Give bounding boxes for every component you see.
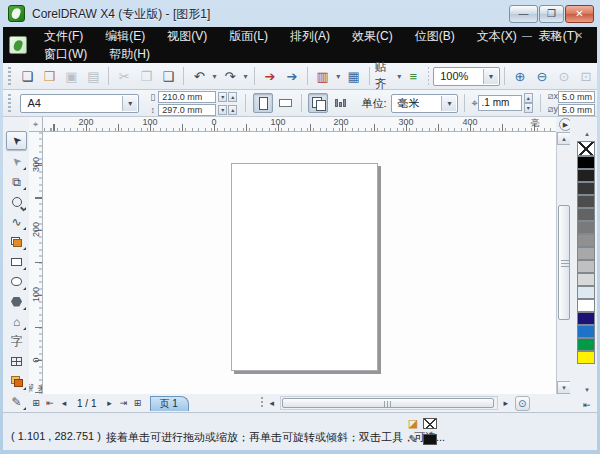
print-button[interactable]: ▤ xyxy=(83,66,103,86)
zoom-level-dropdown[interactable]: ▾ xyxy=(483,69,498,84)
color-swatch[interactable] xyxy=(577,286,595,299)
menu-help[interactable]: 帮助(H) xyxy=(98,45,161,63)
scroll-down-button[interactable]: ▾ xyxy=(557,381,571,394)
open-button[interactable]: ❒ xyxy=(39,66,59,86)
color-swatch[interactable] xyxy=(577,156,595,169)
table-tool[interactable] xyxy=(6,352,27,371)
vertical-scrollbar[interactable]: ▴ ▾ xyxy=(556,132,570,394)
color-swatch[interactable] xyxy=(577,351,595,364)
basic-shapes-tool[interactable]: ⌂ xyxy=(6,312,27,331)
color-swatch[interactable] xyxy=(577,260,595,273)
cut-button[interactable]: ✂ xyxy=(114,66,134,86)
portrait-button[interactable] xyxy=(253,93,273,113)
color-swatch[interactable] xyxy=(577,195,595,208)
color-swatch[interactable] xyxy=(577,299,595,312)
zoom-level-combo[interactable]: 100% ▾ xyxy=(433,67,500,86)
scroll-right-button[interactable]: ▸ xyxy=(499,396,513,410)
next-page-button[interactable]: ▸ xyxy=(102,396,116,410)
units-dropdown[interactable]: ▾ xyxy=(441,96,456,111)
new-document-button[interactable]: ❏ xyxy=(17,66,37,86)
nudge-spin-down[interactable]: ▾ xyxy=(524,103,533,113)
scroll-up-button[interactable]: ▴ xyxy=(557,132,571,145)
rectangle-tool[interactable] xyxy=(6,252,27,271)
paper-height-field[interactable]: 297.0 mm xyxy=(158,104,216,116)
close-button[interactable]: ✕ xyxy=(565,5,594,23)
menu-file[interactable]: 文件(F) xyxy=(33,27,94,45)
first-page-button[interactable]: ⇤ xyxy=(43,396,57,410)
application-launcher-dropdown[interactable]: ▾ xyxy=(334,72,343,81)
nudge-field[interactable]: .1 mm xyxy=(478,95,522,111)
blend-tool[interactable] xyxy=(6,372,27,391)
menu-arrange[interactable]: 排列(A) xyxy=(279,27,341,45)
zoom-to-page-button[interactable]: ⊡ xyxy=(576,66,596,86)
color-swatch[interactable] xyxy=(577,234,595,247)
restore-button[interactable]: ❐ xyxy=(539,5,564,23)
ruler-origin-button[interactable]: ⌖ xyxy=(29,117,43,132)
copy-button[interactable]: ❐ xyxy=(136,66,156,86)
menu-effects[interactable]: 效果(C) xyxy=(341,27,404,45)
text-tool[interactable]: 字 xyxy=(6,332,27,351)
shape-tool[interactable]: ➤ xyxy=(6,152,27,171)
options-button[interactable]: ≡ xyxy=(403,66,423,86)
add-page-start-button[interactable]: ⊞ xyxy=(29,396,43,410)
no-color-swatch[interactable] xyxy=(577,141,595,156)
last-page-button[interactable]: ⇥ xyxy=(116,396,130,410)
vertical-scrollbar-thumb[interactable] xyxy=(558,205,570,320)
page-tab[interactable]: 页 1 xyxy=(150,396,188,411)
doc-minimize-button[interactable]: — xyxy=(519,29,535,43)
paper-type-combo[interactable]: A4 ▾ xyxy=(20,94,139,113)
redo-dropdown[interactable]: ▾ xyxy=(241,72,250,81)
facing-pages-button[interactable] xyxy=(330,93,350,113)
horizontal-scrollbar[interactable] xyxy=(280,396,498,410)
zoom-tool[interactable] xyxy=(6,192,27,211)
previous-page-button[interactable]: ◂ xyxy=(57,396,71,410)
paper-type-dropdown[interactable]: ▾ xyxy=(122,96,137,111)
zoom-out-button[interactable]: ⊖ xyxy=(532,66,552,86)
paper-height-spin-up[interactable]: ▴ xyxy=(228,105,237,115)
units-combo[interactable]: 毫米 ▾ xyxy=(391,94,459,113)
export-button[interactable]: ➔ xyxy=(282,66,302,86)
drawing-page[interactable] xyxy=(231,163,378,371)
paper-width-field[interactable]: 210.0 mm xyxy=(158,91,216,103)
application-launcher-button[interactable]: ▥ xyxy=(313,66,333,86)
snap-to-button[interactable]: 贴齐 ▾ xyxy=(375,66,402,86)
import-button[interactable]: ➔ xyxy=(260,66,280,86)
doc-close-button[interactable]: ✕ xyxy=(571,29,587,43)
color-swatch[interactable] xyxy=(577,325,595,338)
add-page-end-button[interactable]: ⊞ xyxy=(130,396,144,410)
undo-button[interactable]: ↶ xyxy=(189,66,209,86)
menu-tools[interactable]: 工具(O) xyxy=(589,27,600,45)
menu-bitmaps[interactable]: 位图(B) xyxy=(404,27,466,45)
palette-scroll-down-button[interactable]: ▾ xyxy=(579,385,595,395)
duplicate-x-field[interactable]: 5.0 mm xyxy=(558,91,595,103)
save-button[interactable]: ▣ xyxy=(61,66,81,86)
view-navigator-button[interactable]: ⊙ xyxy=(515,396,530,411)
duplicate-y-field[interactable]: 5.0 mm xyxy=(558,104,595,116)
crop-tool[interactable]: ⧉ xyxy=(6,172,27,191)
all-pages-button[interactable] xyxy=(308,93,328,113)
menu-layout[interactable]: 版面(L) xyxy=(218,27,279,45)
color-swatch[interactable] xyxy=(577,273,595,286)
menu-window[interactable]: 窗口(W) xyxy=(33,45,98,63)
menu-view[interactable]: 视图(V) xyxy=(156,27,218,45)
landscape-button[interactable] xyxy=(275,93,295,113)
freehand-tool[interactable]: ∿ xyxy=(6,212,27,231)
paste-button[interactable]: ❑ xyxy=(158,66,178,86)
smart-fill-tool[interactable] xyxy=(6,232,27,251)
color-swatch[interactable] xyxy=(577,208,595,221)
scroll-left-button[interactable]: ◂ xyxy=(265,396,279,410)
color-swatch[interactable] xyxy=(577,247,595,260)
outline-tool[interactable]: ✎ xyxy=(6,392,27,411)
polygon-tool[interactable] xyxy=(6,292,27,311)
palette-scroll-up-button[interactable]: ▴ xyxy=(579,129,595,139)
paper-width-spin-up[interactable]: ▴ xyxy=(228,92,237,102)
drawing-canvas[interactable] xyxy=(43,132,556,394)
welcome-screen-button[interactable]: ▦ xyxy=(344,66,364,86)
vertical-ruler[interactable]: 300 200 100 0 毫米 xyxy=(29,132,43,394)
color-swatch[interactable] xyxy=(577,182,595,195)
paper-height-spin-down[interactable]: ▾ xyxy=(218,105,227,115)
zoom-to-selected-button[interactable]: ⊙ xyxy=(554,66,574,86)
fill-color-swatch[interactable] xyxy=(423,418,437,429)
menu-edit[interactable]: 编辑(E) xyxy=(94,27,156,45)
toolbar-grip[interactable] xyxy=(7,67,12,85)
